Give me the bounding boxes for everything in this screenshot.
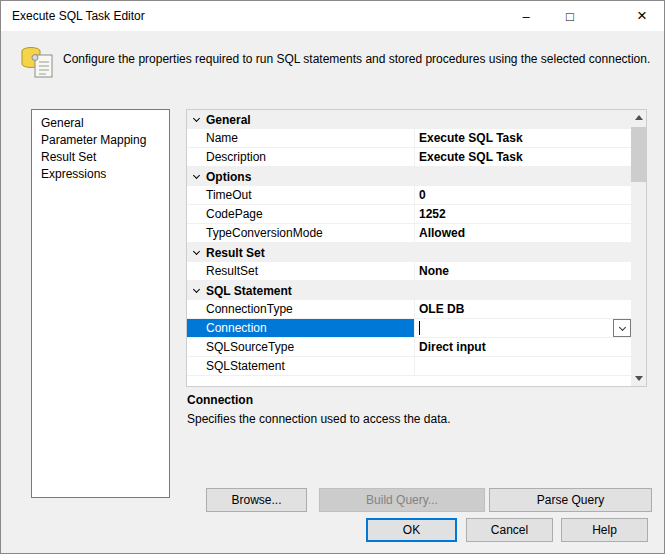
property-value[interactable]: Execute SQL Task	[414, 129, 631, 147]
property-value[interactable]: 0	[414, 186, 631, 204]
group-row-options[interactable]: Options	[187, 167, 631, 186]
property-value[interactable]: OLE DB	[414, 300, 631, 318]
scroll-down-button[interactable]	[631, 371, 646, 386]
sidebar-item-result-set[interactable]: Result Set	[32, 149, 169, 166]
title-bar: Execute SQL Task Editor – □ ×	[1, 1, 664, 31]
scroll-up-button[interactable]	[631, 110, 646, 125]
group-label: Options	[206, 168, 251, 186]
property-name[interactable]: Connection	[187, 319, 414, 337]
property-name[interactable]: Description	[187, 148, 414, 166]
property-value[interactable]: Direct input	[414, 338, 631, 356]
property-row-resultset[interactable]: ResultSet None	[187, 262, 631, 281]
property-name[interactable]: Name	[187, 129, 414, 147]
collapse-chevron-icon[interactable]	[187, 110, 206, 129]
help-text: Specifies the connection used to access …	[187, 412, 647, 427]
property-row-timeout[interactable]: TimeOut 0	[187, 186, 631, 205]
group-label: General	[206, 111, 251, 129]
property-help-panel: Connection Specifies the connection used…	[187, 393, 647, 427]
property-name[interactable]: TypeConversionMode	[187, 224, 414, 242]
group-label: SQL Statement	[206, 282, 292, 300]
close-icon: ×	[637, 6, 647, 26]
property-value[interactable]: None	[414, 262, 631, 280]
property-value[interactable]: Execute SQL Task	[414, 148, 631, 166]
cancel-button[interactable]: Cancel	[466, 518, 553, 542]
collapse-chevron-icon[interactable]	[187, 167, 206, 186]
property-value[interactable]: 1252	[414, 205, 631, 223]
property-row-codepage[interactable]: CodePage 1252	[187, 205, 631, 224]
property-row-sqlsourcetype[interactable]: SQLSourceType Direct input	[187, 338, 631, 357]
maximize-icon: □	[566, 9, 574, 24]
help-title: Connection	[187, 393, 647, 407]
collapse-chevron-icon[interactable]	[187, 281, 206, 300]
maximize-button[interactable]: □	[548, 1, 592, 31]
group-row-result-set[interactable]: Result Set	[187, 243, 631, 262]
minimize-button[interactable]: –	[504, 1, 548, 31]
scroll-up-icon	[635, 115, 643, 120]
property-row-connectiontype[interactable]: ConnectionType OLE DB	[187, 300, 631, 319]
build-query-button: Build Query...	[319, 488, 485, 512]
collapse-chevron-icon[interactable]	[187, 243, 206, 262]
page-list: General Parameter Mapping Result Set Exp…	[31, 109, 170, 498]
dropdown-button[interactable]	[613, 319, 631, 337]
connection-value-editor[interactable]	[414, 319, 631, 337]
property-name[interactable]: ConnectionType	[187, 300, 414, 318]
property-name[interactable]: SQLStatement	[187, 357, 414, 375]
scroll-track[interactable]	[631, 125, 646, 371]
dialog-description: Configure the properties required to run…	[63, 52, 659, 67]
parse-query-button[interactable]: Parse Query	[489, 488, 652, 512]
sidebar-item-expressions[interactable]: Expressions	[32, 166, 169, 183]
text-caret	[419, 321, 420, 335]
property-row-typeconversionmode[interactable]: TypeConversionMode Allowed	[187, 224, 631, 243]
window-controls: – □ ×	[504, 1, 664, 31]
property-row-connection[interactable]: Connection	[187, 319, 631, 338]
property-row-description[interactable]: Description Execute SQL Task	[187, 148, 631, 167]
scroll-down-icon	[635, 376, 643, 381]
scroll-thumb[interactable]	[631, 127, 646, 182]
grid-scrollbar[interactable]	[631, 110, 646, 386]
chevron-down-icon	[618, 323, 625, 330]
property-name[interactable]: CodePage	[187, 205, 414, 223]
sidebar-item-parameter-mapping[interactable]: Parameter Mapping	[32, 132, 169, 149]
sidebar-item-general[interactable]: General	[32, 115, 169, 132]
property-value[interactable]: Allowed	[414, 224, 631, 242]
execute-sql-task-icon	[19, 43, 55, 81]
group-label: Result Set	[206, 244, 265, 262]
property-value[interactable]	[414, 357, 631, 375]
property-grid-rows: General Name Execute SQL Task Descriptio…	[187, 110, 631, 386]
close-button[interactable]: ×	[620, 1, 664, 31]
property-row-name[interactable]: Name Execute SQL Task	[187, 129, 631, 148]
help-button[interactable]: Help	[561, 518, 648, 542]
group-row-sql-statement[interactable]: SQL Statement	[187, 281, 631, 300]
group-row-general[interactable]: General	[187, 110, 631, 129]
property-row-sqlstatement[interactable]: SQLStatement	[187, 357, 631, 376]
ok-button[interactable]: OK	[366, 518, 457, 542]
property-name[interactable]: ResultSet	[187, 262, 414, 280]
property-name[interactable]: TimeOut	[187, 186, 414, 204]
minimize-icon: –	[522, 9, 529, 24]
browse-button[interactable]: Browse...	[206, 488, 307, 512]
property-grid: General Name Execute SQL Task Descriptio…	[186, 109, 647, 387]
window-title: Execute SQL Task Editor	[12, 9, 145, 23]
property-name[interactable]: SQLSourceType	[187, 338, 414, 356]
